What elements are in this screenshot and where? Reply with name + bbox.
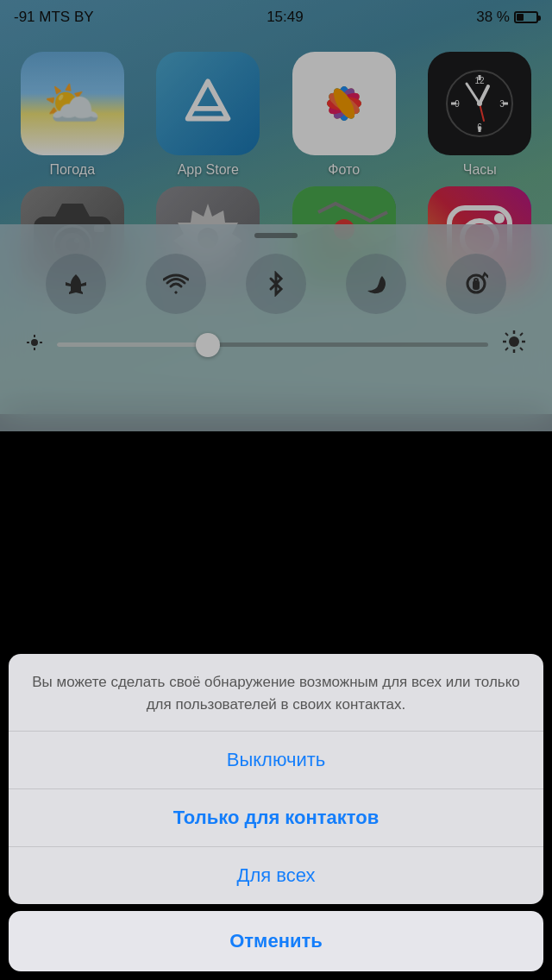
action-sheet-main: Вы можете сделать своё обнаружение возмо… [9, 654, 543, 904]
action-sheet-message: Вы можете сделать своё обнаружение возмо… [9, 654, 543, 732]
action-sheet-contacts-button[interactable]: Только для контактов [9, 789, 543, 847]
action-sheet-everyone-button[interactable]: Для всех [9, 847, 543, 904]
action-sheet: Вы можете сделать своё обнаружение возмо… [0, 654, 552, 980]
action-sheet-off-button[interactable]: Выключить [9, 732, 543, 789]
action-sheet-cancel-container: Отменить [9, 911, 543, 971]
cancel-button[interactable]: Отменить [9, 911, 543, 971]
